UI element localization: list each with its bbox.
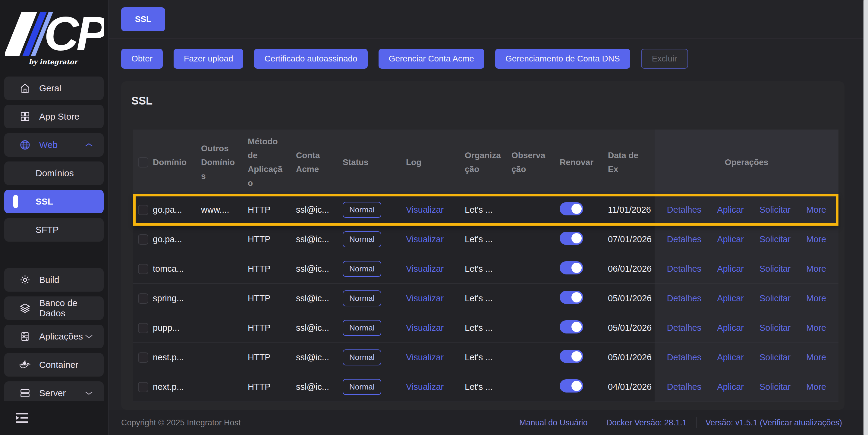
row-checkbox[interactable] <box>138 293 148 304</box>
method-cell: HTTP <box>248 293 296 303</box>
docker-icon <box>19 359 31 371</box>
row-checkbox[interactable] <box>138 205 148 215</box>
collapse-sidebar-icon[interactable] <box>14 411 30 425</box>
table-row: go.pa... HTTP ssl@ic... Normal Visualiza… <box>133 225 838 254</box>
row-checkbox[interactable] <box>138 234 148 245</box>
app-logo: CP by integrator <box>0 0 108 69</box>
log-visualizar-link[interactable]: Visualizar <box>406 353 444 362</box>
log-visualizar-link[interactable]: Visualizar <box>406 323 444 333</box>
renew-toggle[interactable] <box>560 320 583 333</box>
expiry-date-cell: 07/01/2026 <box>608 234 655 244</box>
gerenciar-conta-acme-button[interactable]: Gerenciar Conta Acme <box>378 49 484 69</box>
renew-toggle[interactable] <box>560 202 583 215</box>
sidebar-item-server[interactable]: Server <box>4 381 104 401</box>
docker-versao-link[interactable]: Docker Versão: 28.1.1 <box>597 418 696 428</box>
renew-toggle[interactable] <box>560 291 583 304</box>
sidebar-item-label: SSL <box>36 196 53 207</box>
solicitar-link[interactable]: Solicitar <box>760 353 790 362</box>
solicitar-link[interactable]: Solicitar <box>760 382 790 392</box>
solicitar-link[interactable]: Solicitar <box>760 323 790 333</box>
status-badge: Normal <box>343 231 381 247</box>
gerenciamento-conta-dns-button[interactable]: Gerenciamento de Conta DNS <box>495 49 630 69</box>
log-visualizar-link[interactable]: Visualizar <box>406 264 444 273</box>
aplicar-link[interactable]: Aplicar <box>717 353 744 362</box>
domain-cell: go.pa... <box>153 234 201 244</box>
row-checkbox[interactable] <box>138 264 148 274</box>
solicitar-link[interactable]: Solicitar <box>760 264 790 274</box>
sidebar-item-label: Banco de Dados <box>39 298 104 319</box>
solicitar-link[interactable]: Solicitar <box>760 234 790 244</box>
detalhes-link[interactable]: Detalhes <box>667 205 701 215</box>
aplicar-link[interactable]: Aplicar <box>717 264 744 274</box>
renew-toggle[interactable] <box>560 261 583 274</box>
aplicar-link[interactable]: Aplicar <box>717 382 744 392</box>
more-link[interactable]: More <box>806 323 826 333</box>
detalhes-link[interactable]: Detalhes <box>667 382 701 392</box>
sidebar-footer <box>0 401 108 435</box>
sidebar-item-web[interactable]: Web <box>4 133 104 157</box>
sidebar-item-sftp[interactable]: SFTP <box>4 218 104 242</box>
expiry-date-cell: 05/01/2026 <box>608 353 655 362</box>
layers-icon <box>19 302 31 314</box>
header-observacao: Observação <box>512 148 560 176</box>
domain-cell: go.pa... <box>153 205 201 215</box>
fazer-upload-button[interactable]: Fazer upload <box>174 49 243 69</box>
more-link[interactable]: More <box>806 264 826 274</box>
sidebar-item-ssl[interactable]: SSL <box>4 190 104 213</box>
log-visualizar-link[interactable]: Visualizar <box>406 205 444 214</box>
tab-ssl[interactable]: SSL <box>121 7 165 31</box>
obter-button[interactable]: Obter <box>121 49 163 69</box>
operations-cell: DetalhesAplicarSolicitarMore <box>655 372 838 402</box>
sidebar-item-dominios[interactable]: Domínios <box>4 162 104 185</box>
aplicar-link[interactable]: Aplicar <box>717 293 744 303</box>
certificado-autoassinado-button[interactable]: Certificado autoassinado <box>254 49 367 69</box>
detalhes-link[interactable]: Detalhes <box>667 323 701 333</box>
other-domains-cell: www.... <box>201 205 248 215</box>
sidebar-item-banco-de-dados[interactable]: Banco de Dados <box>4 296 104 320</box>
detalhes-link[interactable]: Detalhes <box>667 293 701 303</box>
header-operacoes: Operações <box>655 130 838 195</box>
detalhes-link[interactable]: Detalhes <box>667 234 701 244</box>
sidebar-item-app-store[interactable]: App Store <box>4 105 104 128</box>
row-checkbox[interactable] <box>138 353 148 363</box>
sidebar-item-label: Server <box>39 388 66 398</box>
more-link[interactable]: More <box>806 353 826 362</box>
toggle-knob <box>571 381 582 391</box>
sidebar-item-build[interactable]: Build <box>4 268 104 292</box>
more-link[interactable]: More <box>806 382 826 392</box>
solicitar-link[interactable]: Solicitar <box>760 205 790 215</box>
aplicar-link[interactable]: Aplicar <box>717 205 744 215</box>
gear-icon <box>19 274 31 286</box>
table-row: pupp... HTTP ssl@ic... Normal Visualizar… <box>133 313 838 343</box>
log-visualizar-link[interactable]: Visualizar <box>406 293 444 303</box>
log-visualizar-link[interactable]: Visualizar <box>406 382 444 392</box>
more-link[interactable]: More <box>806 293 826 303</box>
renew-toggle[interactable] <box>560 350 583 363</box>
sidebar-item-label: Web <box>39 140 58 150</box>
row-checkbox[interactable] <box>138 382 148 392</box>
renew-toggle[interactable] <box>560 232 583 245</box>
detalhes-link[interactable]: Detalhes <box>667 353 701 362</box>
log-visualizar-link[interactable]: Visualizar <box>406 234 444 244</box>
detalhes-link[interactable]: Detalhes <box>667 264 701 274</box>
excluir-button[interactable]: Excluir <box>641 49 688 69</box>
sidebar-item-container[interactable]: Container <box>4 353 104 376</box>
operations-cell: DetalhesAplicarSolicitarMore <box>655 284 838 313</box>
versao-link[interactable]: Versão: v1.5.1 (Verificar atualizações) <box>696 418 851 428</box>
aplicar-link[interactable]: Aplicar <box>717 323 744 333</box>
more-link[interactable]: More <box>806 234 826 244</box>
select-all-checkbox[interactable] <box>138 157 148 167</box>
aplicar-link[interactable]: Aplicar <box>717 234 744 244</box>
row-checkbox[interactable] <box>138 323 148 333</box>
more-link[interactable]: More <box>806 205 826 215</box>
vertical-scrollbar[interactable] <box>864 0 868 435</box>
sidebar-item-geral[interactable]: Geral <box>4 76 104 100</box>
solicitar-link[interactable]: Solicitar <box>760 293 790 303</box>
sidebar-item-aplicacoes[interactable]: Aplicações <box>4 325 104 348</box>
toggle-knob <box>571 292 582 302</box>
acme-account-cell: ssl@ic... <box>296 234 343 244</box>
table-row: nest.p... HTTP ssl@ic... Normal Visualiz… <box>133 343 838 372</box>
renew-toggle[interactable] <box>560 379 583 393</box>
manual-usuario-link[interactable]: Manual do Usuário <box>510 418 597 428</box>
sidebar-item-label: App Store <box>39 111 79 122</box>
